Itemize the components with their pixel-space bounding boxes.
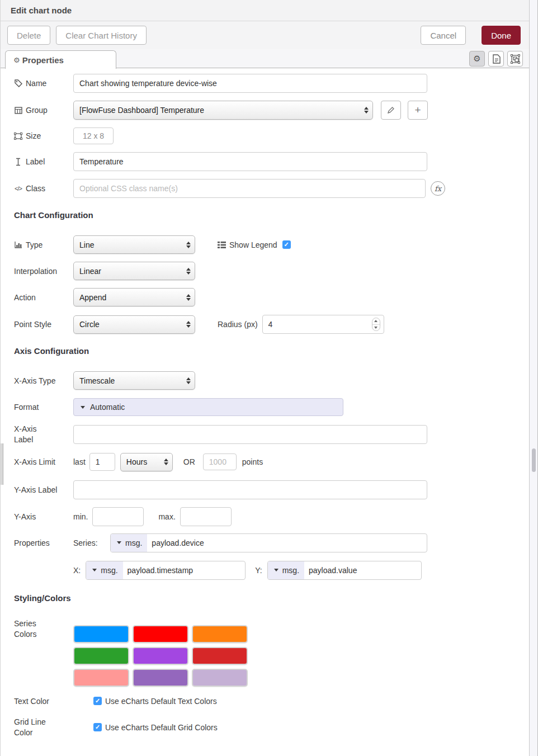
vertical-scrollbar[interactable] bbox=[529, 0, 538, 756]
select-arrows-icon bbox=[186, 268, 191, 275]
series-color-swatch[interactable] bbox=[73, 625, 129, 643]
limit-unit-select[interactable]: Hours bbox=[120, 453, 173, 471]
cancel-button[interactable]: Cancel bbox=[421, 26, 466, 45]
series-color-swatch[interactable] bbox=[133, 647, 188, 665]
class-input[interactable] bbox=[73, 179, 426, 198]
code-icon: </> bbox=[14, 185, 22, 192]
type-row: Type Line Show Legend bbox=[14, 235, 516, 254]
size-button[interactable]: 12 x 8 bbox=[73, 127, 114, 144]
type-label: Type bbox=[26, 240, 43, 249]
chevron-down-icon bbox=[92, 569, 97, 571]
msg-type-chip[interactable]: msg. bbox=[86, 561, 122, 579]
series-colors-grid bbox=[73, 625, 248, 687]
dialog-titlebar: Edit chart node bbox=[1, 0, 530, 21]
y-axis-label-input[interactable] bbox=[73, 480, 427, 499]
last-label: last bbox=[73, 457, 86, 466]
vertical-scrollbar-thumb[interactable] bbox=[532, 448, 536, 472]
label-label: Label bbox=[26, 157, 45, 166]
class-label: Class bbox=[26, 184, 45, 193]
grid-color-row: Grid Line Color Use eCharts Default Grid… bbox=[14, 717, 516, 738]
interpolation-select[interactable]: Linear bbox=[73, 262, 195, 280]
point-style-select[interactable]: Circle bbox=[73, 315, 195, 334]
name-label: Name bbox=[26, 79, 46, 88]
select-arrows-icon bbox=[186, 294, 191, 301]
plus-icon: + bbox=[414, 104, 421, 116]
edit-group-button[interactable] bbox=[381, 101, 401, 120]
x-axis-label-input[interactable] bbox=[73, 425, 427, 444]
y-axis-minmax-row: Y-Axis min. max. bbox=[14, 507, 516, 526]
add-group-button[interactable]: + bbox=[408, 101, 428, 120]
description-button[interactable] bbox=[488, 51, 504, 67]
done-button[interactable]: Done bbox=[482, 26, 521, 45]
type-select[interactable]: Line bbox=[73, 235, 195, 254]
format-dropdown[interactable]: Automatic bbox=[73, 398, 343, 416]
grid-color-label: Grid Line Color bbox=[14, 717, 54, 738]
series-label: Series: bbox=[73, 538, 110, 547]
series-property-row: Properties Series: msg. payload.device bbox=[14, 533, 516, 552]
appearance-button[interactable] bbox=[507, 51, 523, 67]
chevron-down-icon bbox=[81, 406, 85, 409]
x-property-label: X: bbox=[73, 566, 81, 575]
list-icon bbox=[218, 242, 226, 248]
msg-type-chip[interactable]: msg. bbox=[111, 534, 147, 552]
axis-configuration-heading: Axis Configuration bbox=[14, 346, 516, 356]
table-icon bbox=[14, 107, 22, 114]
series-color-swatch[interactable] bbox=[192, 669, 248, 687]
number-stepper[interactable] bbox=[372, 318, 380, 331]
radius-group: Radius (px) bbox=[218, 315, 384, 334]
select-arrows-icon bbox=[186, 242, 191, 248]
select-arrows-icon bbox=[186, 321, 191, 328]
limit-points-input[interactable] bbox=[203, 453, 237, 470]
interpolation-select-value: Linear bbox=[79, 267, 101, 276]
text-color-default-checkbox[interactable] bbox=[93, 697, 102, 705]
x-property-value: payload.timestamp bbox=[123, 566, 194, 575]
clear-chart-history-button[interactable]: Clear Chart History bbox=[56, 26, 147, 45]
action-select[interactable]: Append bbox=[73, 288, 195, 306]
series-color-swatch[interactable] bbox=[73, 669, 129, 687]
fx-expression-button[interactable]: fx bbox=[431, 181, 445, 196]
action-select-value: Append bbox=[79, 293, 106, 302]
x-axis-type-select-value: Timescale bbox=[79, 376, 115, 385]
y-min-input[interactable] bbox=[92, 507, 144, 526]
show-legend-checkbox[interactable] bbox=[282, 240, 291, 249]
delete-button[interactable]: Delete bbox=[7, 26, 50, 45]
tab-icon-buttons: ⚙ bbox=[469, 51, 523, 67]
properties-form: Name Group [FlowFuse Dashboard] Temperat… bbox=[1, 68, 530, 746]
point-style-row: Point Style Circle Radius (px) bbox=[14, 315, 516, 334]
x-axis-type-select[interactable]: Timescale bbox=[73, 371, 195, 390]
group-select[interactable]: [FlowFuse Dashboard] Temperature bbox=[73, 101, 373, 120]
limit-last-input[interactable] bbox=[89, 453, 115, 471]
properties-gear-button[interactable]: ⚙ bbox=[469, 51, 485, 67]
x-axis-type-label: X-Axis Type bbox=[14, 376, 55, 385]
show-legend-group: Show Legend bbox=[218, 240, 291, 249]
type-select-value: Line bbox=[79, 240, 94, 249]
text-color-label: Text Color bbox=[14, 697, 49, 706]
y-max-input[interactable] bbox=[180, 507, 232, 526]
group-row: Group [FlowFuse Dashboard] Temperature + bbox=[14, 101, 516, 120]
series-color-swatch[interactable] bbox=[133, 625, 188, 643]
dialog-toolbar: Delete Clear Chart History Cancel Done bbox=[1, 21, 530, 49]
grid-color-checkbox-label: Use eCharts Default Grid Colors bbox=[105, 723, 218, 732]
left-scrollbar-thumb[interactable] bbox=[1, 443, 3, 485]
series-typed-input[interactable]: msg. payload.device bbox=[110, 533, 427, 552]
select-arrows-icon bbox=[186, 377, 191, 384]
tab-properties[interactable]: ⚙ Properties bbox=[5, 50, 116, 69]
chart-configuration-heading: Chart Configuration bbox=[14, 210, 516, 220]
series-color-swatch[interactable] bbox=[133, 669, 188, 687]
series-color-swatch[interactable] bbox=[192, 647, 248, 665]
edit-chart-node-dialog: Edit chart node Delete Clear Chart Histo… bbox=[0, 0, 538, 756]
pencil-icon bbox=[387, 106, 395, 114]
y-typed-input[interactable]: msg. payload.value bbox=[267, 561, 422, 580]
x-typed-input[interactable]: msg. payload.timestamp bbox=[86, 561, 246, 580]
name-input[interactable] bbox=[73, 74, 427, 93]
series-color-swatch[interactable] bbox=[73, 647, 129, 665]
grid-color-default-checkbox[interactable] bbox=[93, 723, 102, 731]
msg-type-chip[interactable]: msg. bbox=[268, 561, 304, 579]
label-input[interactable] bbox=[73, 152, 427, 171]
tab-properties-label: Properties bbox=[22, 55, 64, 65]
size-row: Size 12 x 8 bbox=[14, 127, 516, 144]
radius-input[interactable] bbox=[262, 315, 384, 334]
y-property-value: payload.value bbox=[304, 566, 357, 575]
chevron-down-icon bbox=[117, 541, 121, 544]
series-color-swatch[interactable] bbox=[192, 625, 248, 643]
